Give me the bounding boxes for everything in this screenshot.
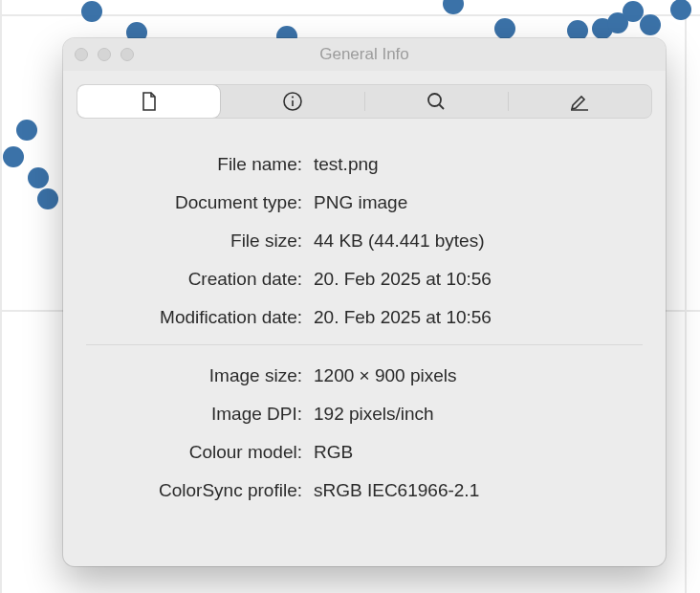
label-image-dpi: Image DPI: [86,395,308,433]
row-colorsync-profile: ColorSync profile: sRGB IEC61966-2.1 [86,472,643,510]
value-creation-date: 20. Feb 2025 at 10:56 [308,260,643,298]
minimize-window-button[interactable] [98,48,111,61]
value-file-size: 44 KB (44.441 bytes) [308,222,643,260]
image-info-table: Image size: 1200 × 900 pixels Image DPI:… [86,357,643,510]
label-file-size: File size: [86,222,308,260]
titlebar[interactable]: General Info [63,38,666,71]
file-icon [140,91,159,112]
svg-line-4 [440,105,445,110]
value-colorsync-profile: sRGB IEC61966-2.1 [308,472,643,510]
value-file-name: test.png [308,145,643,184]
file-info-table: File name: test.png Document type: PNG i… [86,145,643,337]
label-colour-model: Colour model: [86,433,308,472]
info-body: File name: test.png Document type: PNG i… [63,119,666,529]
row-colour-model: Colour model: RGB [86,433,643,472]
label-modification-date: Modification date: [86,298,308,337]
toolbar [63,71,666,119]
value-document-type: PNG image [308,184,643,222]
svg-point-3 [428,94,441,106]
info-icon [282,91,303,112]
label-file-name: File name: [86,145,308,184]
segmented-control [77,84,652,119]
row-file-name: File name: test.png [86,145,643,184]
search-icon [426,91,447,112]
value-image-size: 1200 × 900 pixels [308,357,643,395]
row-document-type: Document type: PNG image [86,184,643,222]
row-file-size: File size: 44 KB (44.441 bytes) [86,222,643,260]
tab-edit[interactable] [509,85,651,118]
tab-file[interactable] [77,85,220,118]
row-modification-date: Modification date: 20. Feb 2025 at 10:56 [86,298,643,337]
window-title: General Info [63,45,666,64]
close-window-button[interactable] [75,48,88,61]
value-image-dpi: 192 pixels/inch [308,395,643,433]
value-modification-date: 20. Feb 2025 at 10:56 [308,298,643,337]
tab-info[interactable] [221,85,363,118]
tab-search[interactable] [365,85,508,118]
zoom-window-button[interactable] [120,48,134,61]
svg-point-2 [292,96,294,98]
row-creation-date: Creation date: 20. Feb 2025 at 10:56 [86,260,643,298]
row-image-dpi: Image DPI: 192 pixels/inch [86,395,643,433]
pencil-icon [568,91,591,112]
value-colour-model: RGB [308,433,643,472]
row-image-size: Image size: 1200 × 900 pixels [86,357,643,395]
traffic-lights [75,48,134,61]
label-image-size: Image size: [86,357,308,395]
label-colorsync-profile: ColorSync profile: [86,472,308,510]
label-document-type: Document type: [86,184,308,222]
label-creation-date: Creation date: [86,260,308,298]
section-divider [86,344,643,345]
info-window: General Info [63,38,666,566]
